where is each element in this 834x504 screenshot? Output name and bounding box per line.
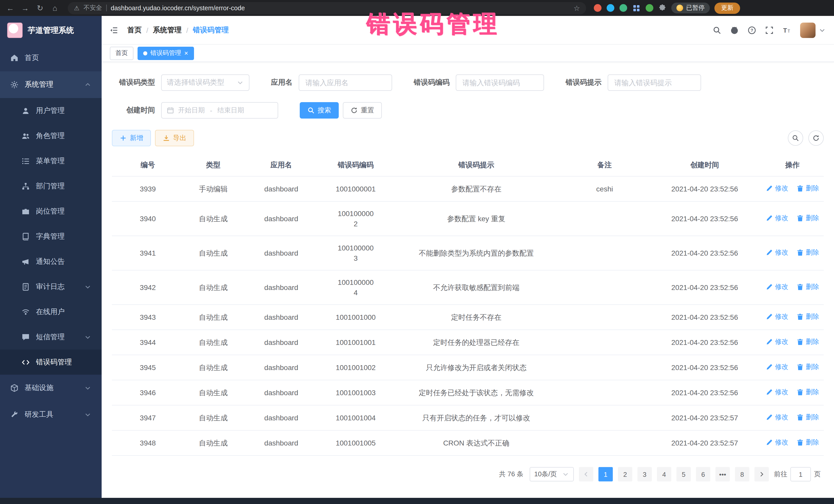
page-button-4[interactable]: 4 (657, 467, 671, 481)
extension-icon[interactable] (594, 4, 601, 12)
sidebar-item-sms-management[interactable]: 短信管理 (0, 324, 102, 350)
delete-link[interactable]: 删除 (796, 387, 819, 397)
sidebar-item-error-code-management[interactable]: 错误码管理 (0, 350, 102, 375)
cell-app: dashboard (243, 236, 320, 270)
add-button[interactable]: 新增 (112, 130, 151, 146)
bookmark-star-icon[interactable]: ☆ (573, 4, 580, 12)
trash-icon (796, 185, 804, 192)
toggle-search-button[interactable] (788, 130, 803, 146)
extension-icon[interactable] (619, 4, 627, 12)
page-button-5[interactable]: 5 (676, 467, 691, 481)
end-date-placeholder: 结束日期 (217, 106, 244, 115)
cell-id: 3946 (112, 380, 184, 405)
delete-link[interactable]: 删除 (796, 311, 819, 322)
refresh-table-button[interactable] (808, 130, 824, 146)
sidebar-item-label: 岗位管理 (36, 206, 65, 216)
delete-link[interactable]: 删除 (796, 183, 819, 194)
more-pages-button[interactable]: ••• (716, 467, 730, 481)
refresh-icon (351, 107, 358, 114)
cell-actions: 修改 删除 (761, 305, 824, 330)
tag-error-code-management[interactable]: 错误码管理 × (137, 46, 194, 60)
edit-link[interactable]: 修改 (766, 337, 788, 347)
extension-icon[interactable] (607, 4, 614, 12)
page-unit-label: 页 (814, 469, 821, 479)
sidebar-item-home[interactable]: 首页 (0, 45, 102, 71)
delete-link[interactable]: 删除 (796, 282, 819, 292)
address-bar[interactable]: ⚠ 不安全 dashboard.yudao.iocoder.cn/system/… (68, 2, 586, 14)
tag-home[interactable]: 首页 (110, 46, 133, 60)
reset-button[interactable]: 重置 (343, 102, 382, 118)
close-icon[interactable]: × (184, 50, 188, 57)
app-name-input[interactable] (299, 74, 392, 91)
sidebar-item-dictionary-management[interactable]: 字典管理 (0, 224, 102, 249)
page-content: 错误码类型 请选择错误码类型 应用名 错误码编码 错误码提示 (102, 62, 834, 498)
page-button-1[interactable]: 1 (598, 467, 613, 481)
sidebar-item-user-management[interactable]: 用户管理 (0, 98, 102, 123)
sidebar-item-audit-log[interactable]: 审计日志 (0, 274, 102, 299)
page-size-select[interactable]: 10条/页 (530, 467, 574, 481)
page-button-6[interactable]: 6 (696, 467, 710, 481)
next-page-button[interactable] (754, 467, 769, 481)
github-icon[interactable] (730, 26, 739, 34)
cell-create-time: 2021-04-20 23:52:56 (648, 355, 761, 380)
edit-link[interactable]: 修改 (766, 412, 788, 422)
edit-link[interactable]: 修改 (766, 213, 788, 223)
sidebar-item-system-management[interactable]: 系统管理 (0, 71, 102, 98)
search-icon[interactable] (713, 26, 721, 34)
delete-link[interactable]: 删除 (796, 337, 819, 347)
edit-link[interactable]: 修改 (766, 311, 788, 322)
browser-back-button[interactable]: ← (5, 4, 15, 12)
delete-link[interactable]: 删除 (796, 213, 819, 223)
trash-icon (796, 389, 804, 396)
column-header-code: 错误码编码 (320, 154, 392, 176)
error-code-input[interactable] (456, 74, 544, 91)
delete-link[interactable]: 删除 (796, 412, 819, 422)
page-button-2[interactable]: 2 (618, 467, 632, 481)
goto-page-input[interactable] (790, 467, 811, 481)
edit-link[interactable]: 修改 (766, 437, 788, 447)
user-menu[interactable] (800, 22, 826, 38)
extension-icon[interactable] (646, 4, 653, 12)
sidebar-item-online-users[interactable]: 在线用户 (0, 299, 102, 324)
sidebar-item-notice-announcement[interactable]: 通知公告 (0, 249, 102, 274)
browser-forward-button[interactable]: → (20, 4, 30, 12)
page-button-3[interactable]: 3 (637, 467, 652, 481)
paused-badge[interactable]: 已暂停 (671, 3, 710, 13)
edit-link[interactable]: 修改 (766, 183, 788, 194)
error-message-input[interactable] (608, 74, 701, 91)
fullscreen-icon[interactable] (765, 26, 773, 34)
edit-link[interactable]: 修改 (766, 362, 788, 372)
export-button[interactable]: 导出 (155, 130, 194, 146)
apps-grid-icon[interactable] (632, 4, 640, 12)
browser-reload-button[interactable]: ↻ (35, 3, 45, 13)
edit-link[interactable]: 修改 (766, 387, 788, 397)
collapse-sidebar-icon[interactable] (110, 26, 118, 34)
search-button[interactable]: 搜索 (300, 102, 339, 118)
delete-link[interactable]: 删除 (796, 437, 819, 447)
plus-icon (119, 134, 127, 141)
column-header-message: 错误码提示 (392, 154, 561, 176)
sidebar-item-infrastructure[interactable]: 基础设施 (0, 375, 102, 401)
puzzle-extension-icon[interactable] (658, 4, 667, 12)
delete-link[interactable]: 删除 (796, 247, 819, 258)
font-size-icon[interactable]: TT (783, 26, 791, 34)
sidebar-item-role-management[interactable]: 角色管理 (0, 123, 102, 148)
breadcrumb-home[interactable]: 首页 (127, 25, 142, 35)
error-type-select[interactable]: 请选择错误码类型 (161, 74, 249, 91)
sidebar-item-department-management[interactable]: 部门管理 (0, 174, 102, 199)
delete-link[interactable]: 删除 (796, 362, 819, 372)
help-icon[interactable]: ? (748, 26, 756, 34)
sidebar-item-dev-tools[interactable]: 研发工具 (0, 401, 102, 428)
edit-link[interactable]: 修改 (766, 282, 788, 292)
sidebar-item-menu-management[interactable]: 菜单管理 (0, 148, 102, 174)
breadcrumb-system[interactable]: 系统管理 (153, 25, 182, 35)
page-button-8[interactable]: 8 (735, 467, 749, 481)
goto-page: 前往 页 (774, 467, 821, 481)
browser-home-button[interactable]: ⌂ (50, 4, 60, 12)
prev-page-button[interactable] (579, 467, 593, 481)
edit-link[interactable]: 修改 (766, 247, 788, 258)
date-range-picker[interactable]: 开始日期 - 结束日期 (161, 102, 278, 118)
browser-update-button[interactable]: 更新 (715, 2, 740, 14)
app-logo[interactable]: 芋道管理系统 (0, 16, 102, 45)
sidebar-item-position-management[interactable]: 岗位管理 (0, 199, 102, 224)
